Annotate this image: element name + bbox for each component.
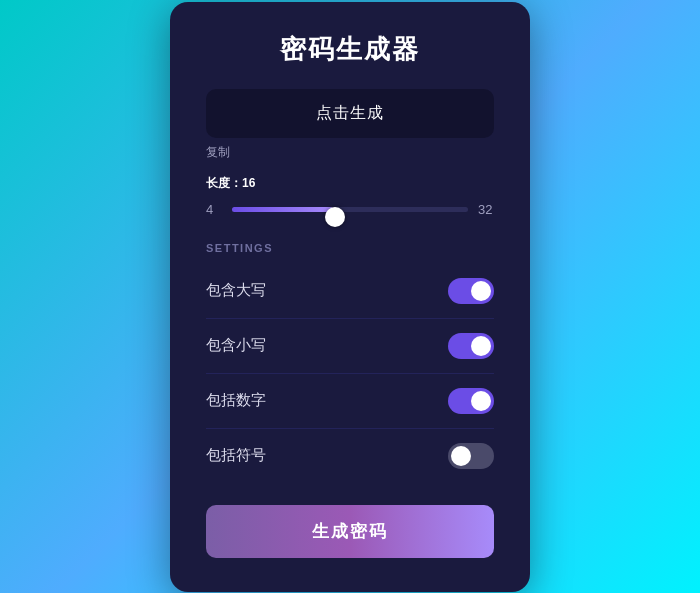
toggle-switch-0[interactable] [448,278,494,304]
toggle-label-0: 包含大写 [206,281,266,300]
toggle-row-2: 包括数字 [206,374,494,429]
length-value: 16 [242,176,255,190]
toggle-switch-2[interactable] [448,388,494,414]
copy-button[interactable]: 复制 [206,144,494,161]
toggle-label-1: 包含小写 [206,336,266,355]
toggles-container: 包含大写包含小写包括数字包括符号 [206,264,494,483]
generate-button[interactable]: 生成密码 [206,505,494,558]
page-title: 密码生成器 [206,32,494,67]
toggle-knob-3 [451,446,471,466]
password-display: 点击生成 [206,89,494,138]
toggle-row-1: 包含小写 [206,319,494,374]
toggle-knob-1 [471,336,491,356]
toggle-row-0: 包含大写 [206,264,494,319]
toggle-label-3: 包括符号 [206,446,266,465]
slider-max-label: 32 [478,202,494,217]
password-generator-card: 密码生成器 点击生成 复制 长度：16 4 32 SETTINGS 包含大写包含… [170,2,530,592]
toggle-switch-1[interactable] [448,333,494,359]
slider-min-label: 4 [206,202,222,217]
toggle-label-2: 包括数字 [206,391,266,410]
toggle-row-3: 包括符号 [206,429,494,483]
settings-section-label: SETTINGS [206,242,494,254]
length-slider[interactable] [232,207,468,212]
length-label: 长度：16 [206,175,494,192]
toggle-knob-2 [471,391,491,411]
toggle-knob-0 [471,281,491,301]
toggle-switch-3[interactable] [448,443,494,469]
slider-row: 4 32 [206,200,494,220]
slider-container [232,200,468,220]
